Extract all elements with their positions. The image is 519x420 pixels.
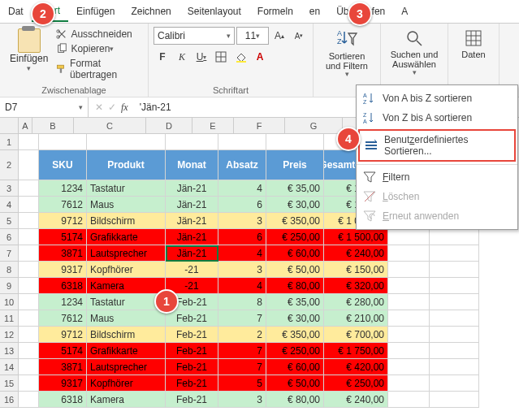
cell-preis[interactable]: € 350,00 [266, 327, 324, 343]
sort-asc-item[interactable]: AZ Von A bis Z sortieren [357, 89, 517, 108]
cell[interactable] [388, 359, 430, 375]
cell-sku[interactable]: 5174 [39, 343, 87, 359]
formula-input[interactable]: 'Jän-21 [135, 102, 176, 113]
cell-preis[interactable]: € 60,00 [266, 359, 324, 375]
cell[interactable] [19, 375, 39, 392]
col-header-F[interactable]: F [234, 118, 285, 134]
row-header[interactable]: 16 [0, 392, 19, 408]
cell[interactable] [430, 343, 479, 359]
bold-button[interactable]: F [154, 48, 171, 66]
col-header-C[interactable]: C [74, 118, 146, 134]
cell[interactable] [19, 262, 39, 278]
increase-font-button[interactable]: A▴ [270, 27, 288, 45]
cell-absatz[interactable]: 6 [218, 229, 266, 245]
row-header[interactable]: 5 [0, 213, 19, 229]
cell-month[interactable]: Feb-21 [166, 359, 218, 375]
cell-prod[interactable]: Kamera [87, 392, 166, 408]
copy-button[interactable]: Kopieren ▾ [56, 41, 143, 56]
cell-preis[interactable]: € 30,00 [266, 197, 324, 213]
cell[interactable] [19, 278, 39, 294]
cell[interactable] [19, 150, 39, 180]
row-header[interactable]: 14 [0, 359, 19, 375]
cell-sku[interactable]: 9712 [39, 213, 87, 229]
col-header-G[interactable]: G [285, 118, 343, 134]
font-name-combo[interactable]: Calibri▾ [154, 27, 235, 45]
cell-umsatz[interactable]: € 250,00 [324, 375, 388, 392]
col-header-B[interactable]: B [32, 118, 74, 134]
th-preis[interactable]: Preis [266, 150, 324, 180]
cell-sku[interactable]: 9317 [39, 375, 87, 392]
cell-month[interactable]: Jän-21 [166, 213, 218, 229]
cell[interactable] [19, 134, 39, 150]
cell[interactable] [430, 278, 479, 294]
cell[interactable] [388, 229, 430, 245]
tab-insert[interactable]: Einfügen [68, 2, 123, 21]
format-painter-button[interactable]: Format übertragen [56, 56, 143, 82]
cancel-formula-icon[interactable]: ✕ [95, 102, 103, 113]
cell[interactable] [430, 294, 479, 310]
select-all-corner[interactable] [0, 118, 19, 134]
fill-color-button[interactable] [231, 48, 249, 66]
cell-umsatz[interactable]: € 1 500,00 [324, 229, 388, 245]
cell-month[interactable]: Jän-21 [166, 197, 218, 213]
tab-data[interactable]: en [301, 2, 328, 21]
cell[interactable] [19, 213, 39, 229]
cell[interactable] [388, 310, 430, 327]
borders-button[interactable] [212, 48, 230, 66]
cell-month[interactable]: Jän-21 [166, 245, 218, 262]
col-header-D[interactable]: D [146, 118, 192, 134]
cell-absatz[interactable]: 7 [218, 359, 266, 375]
underline-button[interactable]: U▾ [192, 48, 210, 66]
cell[interactable] [19, 310, 39, 327]
cell-sku[interactable]: 9317 [39, 262, 87, 278]
cell[interactable] [430, 229, 479, 245]
cell-prod[interactable]: Bildschirm [87, 327, 166, 343]
cell[interactable] [430, 327, 479, 343]
sort-filter-button[interactable]: AZ Sortieren und Filtern▾ [318, 27, 375, 80]
row-header[interactable]: 4 [0, 197, 19, 213]
cell[interactable] [388, 262, 430, 278]
cell-month[interactable]: Jän-21 [166, 229, 218, 245]
cell-preis[interactable]: € 250,00 [266, 343, 324, 359]
row-header[interactable]: 2 [0, 150, 19, 180]
cell-prod[interactable]: Maus [87, 197, 166, 213]
cell-preis[interactable]: € 50,00 [266, 262, 324, 278]
cell-absatz[interactable]: 4 [218, 278, 266, 294]
cell-absatz[interactable]: 3 [218, 262, 266, 278]
row-header[interactable]: 7 [0, 245, 19, 262]
th-produkt[interactable]: Produkt [87, 150, 166, 180]
cell-absatz[interactable]: 6 [218, 197, 266, 213]
cell-sku[interactable]: 7612 [39, 310, 87, 327]
cell[interactable] [388, 392, 430, 408]
cell-preis[interactable]: € 30,00 [266, 310, 324, 327]
cell[interactable] [166, 134, 218, 150]
cell-sku[interactable]: 3871 [39, 359, 87, 375]
accept-formula-icon[interactable]: ✓ [108, 102, 116, 113]
cell-preis[interactable]: € 80,00 [266, 392, 324, 408]
cell[interactable] [430, 262, 479, 278]
font-size-combo[interactable]: 11▾ [236, 27, 269, 45]
row-header[interactable]: 12 [0, 327, 19, 343]
cell-preis[interactable]: € 35,00 [266, 180, 324, 197]
cell-preis[interactable]: € 60,00 [266, 245, 324, 262]
cell[interactable] [39, 134, 87, 150]
tab-draw[interactable]: Zeichnen [123, 2, 179, 21]
cell[interactable] [430, 359, 479, 375]
row-header[interactable]: 15 [0, 375, 19, 392]
cell-absatz[interactable]: 4 [218, 180, 266, 197]
cell-absatz[interactable]: 3 [218, 392, 266, 408]
cell[interactable] [388, 245, 430, 262]
cell[interactable] [388, 343, 430, 359]
cell-umsatz[interactable]: € 1 750,00 [324, 343, 388, 359]
cell[interactable] [388, 327, 430, 343]
cell[interactable] [266, 134, 324, 150]
cell-prod[interactable]: Kamera [87, 278, 166, 294]
cell-prod[interactable]: Lautsprecher [87, 359, 166, 375]
cell-absatz[interactable]: 4 [218, 245, 266, 262]
cell[interactable] [388, 278, 430, 294]
cell[interactable] [19, 197, 39, 213]
tab-file[interactable]: Dat [0, 2, 32, 21]
cell-absatz[interactable]: 2 [218, 327, 266, 343]
cell-sku[interactable]: 6318 [39, 278, 87, 294]
cell[interactable] [430, 245, 479, 262]
